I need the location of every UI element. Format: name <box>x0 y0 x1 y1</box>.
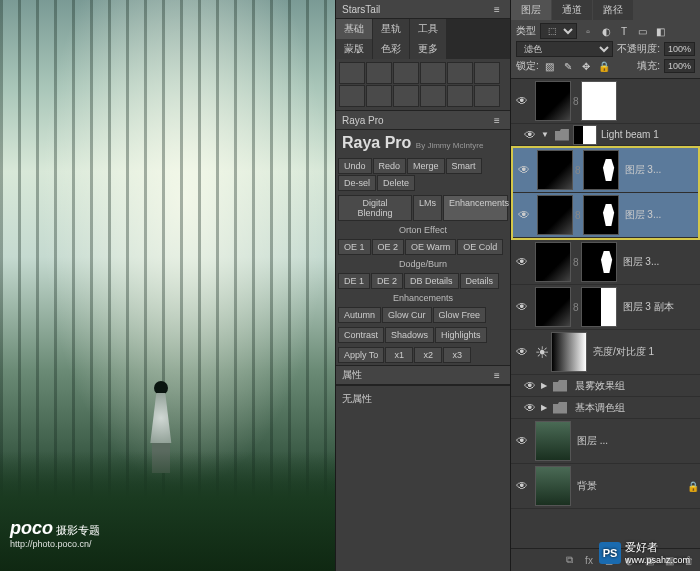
visibility-toggle[interactable]: 👁 <box>511 300 533 314</box>
subtab-more[interactable]: 更多 <box>410 39 446 59</box>
de1-button[interactable]: DE 1 <box>338 273 370 289</box>
layer-name[interactable]: 图层 3 副本 <box>619 300 700 314</box>
filter-shape-icon[interactable]: ▭ <box>635 24 649 38</box>
visibility-toggle[interactable]: 👁 <box>513 208 535 222</box>
action-slot[interactable] <box>339 85 365 107</box>
layer-name[interactable]: 亮度/对比度 1 <box>589 345 700 359</box>
layers-list[interactable]: 👁 8 👁 ▼ Light beam 1 👁 8 图层 3... <box>511 79 700 548</box>
group-row[interactable]: 👁 ▶ 晨雾效果组 <box>511 375 700 397</box>
visibility-toggle[interactable]: 👁 <box>511 255 533 269</box>
filter-smart-icon[interactable]: ◧ <box>653 24 667 38</box>
group-row[interactable]: 👁 ▶ 基本调色组 <box>511 397 700 419</box>
layer-row[interactable]: 👁 8 图层 3... <box>513 193 698 238</box>
filter-kind-select[interactable]: ⬚ <box>540 23 577 39</box>
panel-menu-icon[interactable]: ≡ <box>490 368 504 382</box>
action-slot[interactable] <box>420 62 446 84</box>
subtab-mask[interactable]: 蒙版 <box>336 39 372 59</box>
visibility-toggle[interactable]: 👁 <box>519 128 541 142</box>
visibility-toggle[interactable]: 👁 <box>511 434 533 448</box>
delete-button[interactable]: Delete <box>377 175 415 191</box>
action-slot[interactable] <box>393 85 419 107</box>
document-canvas[interactable]: poco 摄影专题 http://photo.poco.cn/ <box>0 0 335 571</box>
group-row[interactable]: 👁 ▼ Light beam 1 <box>511 124 700 146</box>
layer-name[interactable]: 图层 3... <box>621 163 698 177</box>
action-slot[interactable] <box>447 62 473 84</box>
details-button[interactable]: Details <box>460 273 500 289</box>
layer-name[interactable]: Light beam 1 <box>597 129 700 140</box>
apply-to-button[interactable]: Apply To <box>338 347 384 363</box>
apply-x2[interactable]: x2 <box>414 347 442 363</box>
visibility-toggle[interactable]: 👁 <box>513 163 535 177</box>
enhancements-button[interactable]: Enhancements <box>443 195 508 221</box>
lock-all-icon[interactable]: 🔒 <box>597 59 611 73</box>
redo-button[interactable]: Redo <box>373 158 407 174</box>
undo-button[interactable]: Undo <box>338 158 372 174</box>
de2-button[interactable]: DE 2 <box>371 273 403 289</box>
oe-cold-button[interactable]: OE Cold <box>457 239 503 255</box>
layer-name[interactable]: 图层 3... <box>619 255 700 269</box>
visibility-toggle[interactable]: 👁 <box>511 479 533 493</box>
action-slot[interactable] <box>474 62 500 84</box>
action-slot[interactable] <box>447 85 473 107</box>
layer-row[interactable]: 👁 图层 ... <box>511 419 700 464</box>
layer-row[interactable]: 👁 背景 🔒 <box>511 464 700 509</box>
layer-row[interactable]: 👁 8 图层 3... <box>511 240 700 285</box>
action-slot[interactable] <box>393 62 419 84</box>
layer-name[interactable]: 图层 ... <box>573 434 700 448</box>
filter-adjust-icon[interactable]: ◐ <box>599 24 613 38</box>
autumn-button[interactable]: Autumn <box>338 307 381 323</box>
action-slot[interactable] <box>474 85 500 107</box>
glow-cur-button[interactable]: Glow Cur <box>382 307 432 323</box>
digital-blending-button[interactable]: Digital Blending <box>338 195 412 221</box>
lock-pos-icon[interactable]: ✥ <box>579 59 593 73</box>
desel-button[interactable]: De-sel <box>338 175 376 191</box>
expand-arrow-icon[interactable]: ▼ <box>541 130 549 139</box>
filter-image-icon[interactable]: ▫ <box>581 24 595 38</box>
layer-row[interactable]: 👁 ☀ 亮度/对比度 1 <box>511 330 700 375</box>
apply-x1[interactable]: x1 <box>385 347 413 363</box>
expand-arrow-icon[interactable]: ▶ <box>541 403 547 412</box>
tab-startrail[interactable]: 星轨 <box>373 19 409 39</box>
subtab-color[interactable]: 色彩 <box>373 39 409 59</box>
smart-button[interactable]: Smart <box>446 158 482 174</box>
oe1-button[interactable]: OE 1 <box>338 239 371 255</box>
shadows-button[interactable]: Shadows <box>385 327 434 343</box>
action-slot[interactable] <box>420 85 446 107</box>
layer-row[interactable]: 👁 8 图层 3 副本 <box>511 285 700 330</box>
layer-name[interactable]: 背景 <box>573 479 686 493</box>
blend-mode-select[interactable]: 滤色 <box>516 41 613 57</box>
action-slot[interactable] <box>366 62 392 84</box>
glow-free-button[interactable]: Glow Free <box>433 307 487 323</box>
contrast-button[interactable]: Contrast <box>338 327 384 343</box>
visibility-toggle[interactable]: 👁 <box>511 94 533 108</box>
apply-x3[interactable]: x3 <box>443 347 471 363</box>
fx-icon[interactable]: fx <box>582 553 596 567</box>
lock-pixel-icon[interactable]: ✎ <box>561 59 575 73</box>
oe-warm-button[interactable]: OE Warm <box>405 239 456 255</box>
layer-name[interactable]: 图层 3... <box>621 208 698 222</box>
layer-name[interactable]: 晨雾效果组 <box>571 379 700 393</box>
oe2-button[interactable]: OE 2 <box>372 239 405 255</box>
tab-paths[interactable]: 路径 <box>593 0 633 20</box>
action-slot[interactable] <box>339 62 365 84</box>
opacity-value[interactable]: 100% <box>664 42 695 56</box>
panel-menu-icon[interactable]: ≡ <box>490 113 504 127</box>
tab-layers[interactable]: 图层 <box>511 0 551 20</box>
db-details-button[interactable]: DB Details <box>404 273 459 289</box>
visibility-toggle[interactable]: 👁 <box>519 379 541 393</box>
lock-trans-icon[interactable]: ▨ <box>543 59 557 73</box>
filter-type-icon[interactable]: T <box>617 24 631 38</box>
layer-row[interactable]: 👁 8 <box>511 79 700 124</box>
highlights-button[interactable]: Highlights <box>435 327 487 343</box>
fill-value[interactable]: 100% <box>664 59 695 73</box>
visibility-toggle[interactable]: 👁 <box>511 345 533 359</box>
tab-tools[interactable]: 工具 <box>410 19 446 39</box>
lms-button[interactable]: LMs <box>413 195 442 221</box>
tab-channels[interactable]: 通道 <box>552 0 592 20</box>
expand-arrow-icon[interactable]: ▶ <box>541 381 547 390</box>
link-layers-icon[interactable]: ⧉ <box>562 553 576 567</box>
layer-name[interactable]: 基本调色组 <box>571 401 700 415</box>
merge-button[interactable]: Merge <box>407 158 445 174</box>
panel-menu-icon[interactable]: ≡ <box>490 2 504 16</box>
tab-basic[interactable]: 基础 <box>336 19 372 39</box>
